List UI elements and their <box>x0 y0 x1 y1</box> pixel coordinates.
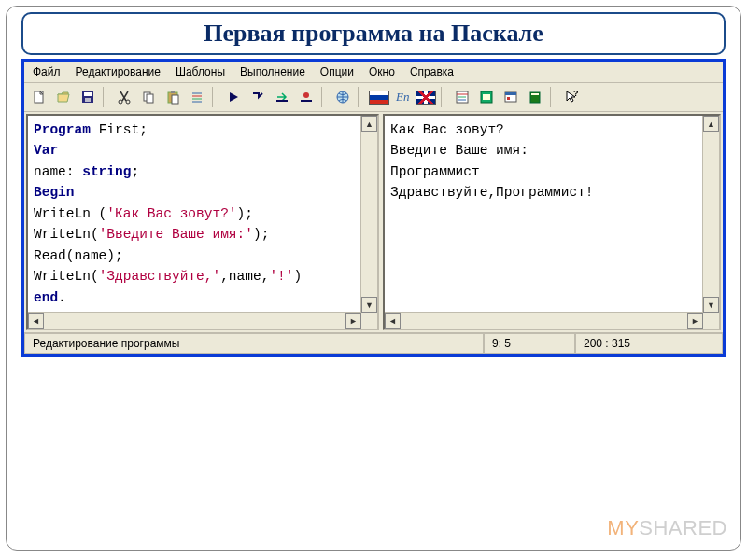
toolbar-separator <box>358 87 364 107</box>
svg-point-5 <box>126 100 130 104</box>
step-into-icon[interactable] <box>247 86 269 108</box>
toolbar-separator <box>321 87 328 107</box>
page-title: Первая программа на Паскале <box>35 20 712 48</box>
scroll-up-icon[interactable]: ▲ <box>361 116 377 132</box>
svg-point-4 <box>119 100 122 104</box>
svg-rect-7 <box>147 94 153 103</box>
lang-en-label[interactable]: En <box>392 86 413 108</box>
vertical-scrollbar[interactable]: ▲ ▼ <box>360 116 377 313</box>
output-pane: Как Вас зовут? Введите Ваше имя: Програм… <box>383 114 721 330</box>
svg-rect-2 <box>84 92 92 96</box>
panel-icon-2[interactable] <box>475 86 498 108</box>
panel-icon-3[interactable] <box>500 86 522 108</box>
svg-rect-30 <box>531 93 539 95</box>
menu-options[interactable]: Опции <box>317 64 357 79</box>
scroll-left-icon[interactable]: ◄ <box>28 313 44 329</box>
toolbar-separator <box>550 87 557 107</box>
step-over-icon[interactable] <box>271 86 293 108</box>
save-icon[interactable] <box>77 86 99 108</box>
menu-help[interactable]: Справка <box>407 64 457 79</box>
scroll-up-icon[interactable]: ▲ <box>703 116 719 132</box>
book-icon[interactable] <box>524 86 546 108</box>
run-icon[interactable] <box>222 86 245 108</box>
svg-rect-3 <box>85 98 91 102</box>
svg-point-18 <box>303 92 309 98</box>
horizontal-scrollbar[interactable]: ◄ ► <box>385 312 719 329</box>
menu-window[interactable]: Окно <box>366 64 398 79</box>
paste-icon[interactable] <box>162 86 184 108</box>
svg-rect-9 <box>171 91 175 93</box>
list-icon[interactable] <box>186 86 208 108</box>
toolbar-separator <box>103 87 109 107</box>
svg-rect-25 <box>483 94 490 100</box>
menu-edit[interactable]: Редактирование <box>73 64 163 79</box>
svg-rect-10 <box>172 95 178 104</box>
status-cursor: 9: 5 <box>484 333 575 354</box>
svg-rect-17 <box>301 100 312 102</box>
lang-ru-icon[interactable] <box>368 86 390 108</box>
status-bar: Редактирование программы 9: 5 200 : 315 <box>24 332 723 354</box>
scroll-right-icon[interactable]: ► <box>687 313 703 329</box>
cut-icon[interactable] <box>113 86 135 108</box>
scroll-left-icon[interactable]: ◄ <box>385 313 401 329</box>
ide-window: Файл Редактирование Шаблоны Выполнение О… <box>21 59 726 357</box>
new-file-icon[interactable] <box>28 86 50 108</box>
panes: Program First; Var name: string; Begin W… <box>24 112 723 332</box>
toolbar: En ? <box>24 83 723 112</box>
vertical-scrollbar[interactable]: ▲ ▼ <box>702 116 719 313</box>
status-size: 200 : 315 <box>575 333 723 354</box>
lang-uk-icon[interactable] <box>415 86 437 108</box>
status-mode: Редактирование программы <box>24 333 484 354</box>
menu-bar: Файл Редактирование Шаблоны Выполнение О… <box>24 62 723 83</box>
slide-frame: Первая программа на Паскале Файл Редакти… <box>6 6 741 551</box>
menu-templates[interactable]: Шаблоны <box>173 64 228 79</box>
globe-icon[interactable] <box>331 86 354 108</box>
toolbar-separator <box>441 87 447 107</box>
help-cursor-icon[interactable]: ? <box>560 86 583 108</box>
panel-icon-1[interactable] <box>451 86 473 108</box>
horizontal-scrollbar[interactable]: ◄ ► <box>28 312 377 329</box>
scroll-right-icon[interactable]: ► <box>345 313 361 329</box>
toolbar-separator <box>212 87 218 107</box>
copy-icon[interactable] <box>137 86 160 108</box>
watermark-shared: SHARED <box>639 516 727 539</box>
svg-rect-27 <box>505 92 516 95</box>
menu-run[interactable]: Выполнение <box>237 64 308 79</box>
menu-file[interactable]: Файл <box>30 64 63 79</box>
scroll-down-icon[interactable]: ▼ <box>703 297 719 313</box>
scroll-down-icon[interactable]: ▼ <box>361 297 377 313</box>
watermark-my: MY <box>607 516 639 539</box>
title-box: Первая программа на Паскале <box>21 12 726 55</box>
svg-rect-28 <box>507 97 510 100</box>
stop-icon[interactable] <box>295 86 317 108</box>
source-code[interactable]: Program First; Var name: string; Begin W… <box>28 116 377 312</box>
watermark: MYSHARED <box>607 516 727 540</box>
open-file-icon[interactable] <box>52 86 75 108</box>
svg-marker-15 <box>230 92 238 102</box>
code-pane: Program First; Var name: string; Begin W… <box>26 114 379 330</box>
program-output: Как Вас зовут? Введите Ваше имя: Програм… <box>385 116 719 312</box>
svg-text:?: ? <box>573 90 579 98</box>
svg-rect-16 <box>276 100 288 102</box>
